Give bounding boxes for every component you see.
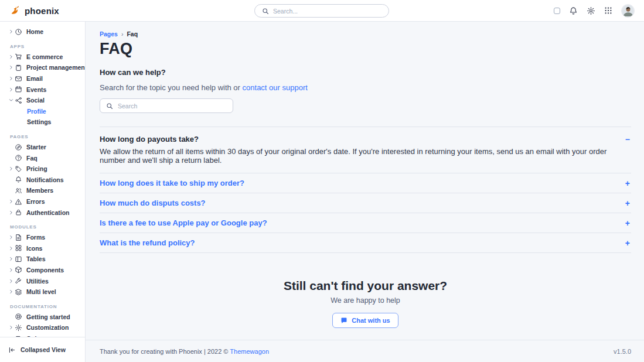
- sidebar-item-label: Email: [26, 75, 43, 82]
- faq-question-row[interactable]: What is the refund policy?+: [100, 233, 631, 252]
- sidebar-item-label: Notifications: [26, 176, 64, 183]
- sidebar-item-label: Icons: [26, 245, 42, 252]
- bell-icon[interactable]: [569, 6, 578, 15]
- faq-search[interactable]: [100, 98, 233, 113]
- sidebar-item-label: Members: [26, 187, 53, 194]
- compass-icon: [15, 144, 22, 151]
- brand-name: phoenix: [25, 6, 59, 16]
- sidebar-item-label: Events: [26, 86, 46, 93]
- chevron-right-icon: [9, 257, 15, 261]
- page-title: FAQ: [100, 40, 631, 58]
- sidebar-item-label: Errors: [26, 198, 45, 205]
- question-circle-icon: [15, 154, 22, 162]
- expand-plus-icon[interactable]: +: [624, 179, 631, 187]
- sidebar-item-label: Multi level: [26, 288, 56, 295]
- global-search-input[interactable]: [273, 8, 381, 15]
- expand-plus-icon[interactable]: +: [624, 239, 631, 247]
- breadcrumb-current: Faq: [127, 30, 138, 37]
- top-navbar: phoenix: [0, 0, 644, 22]
- chevron-right-icon: [9, 54, 15, 59]
- sidebar-item-faq[interactable]: Faq: [0, 152, 85, 163]
- faq-question: How much do disputs costs?: [100, 199, 206, 207]
- sidebar-item-project-management[interactable]: Project management: [0, 62, 85, 73]
- faq-question: Is there a fee to use Apple pay or Googl…: [100, 218, 267, 227]
- faq-search-input[interactable]: [118, 103, 227, 110]
- sidebar-item-authentication[interactable]: Authentication: [0, 207, 85, 218]
- sidebar-item-icons[interactable]: Icons: [0, 243, 85, 254]
- sidebar-item-errors[interactable]: Errors: [0, 196, 85, 207]
- sidebar-item-email[interactable]: Email: [0, 73, 85, 84]
- sidebar-item-customization[interactable]: Customization: [0, 322, 85, 333]
- contact-support-link[interactable]: contact our support: [243, 83, 308, 92]
- chevron-right-icon: [9, 166, 15, 171]
- theme-toggle[interactable]: [554, 8, 560, 14]
- brand-logo[interactable]: phoenix: [9, 5, 59, 16]
- sidebar-item-settings[interactable]: Settings: [0, 117, 85, 128]
- sidebar-section-label-pages: PAGES: [0, 132, 85, 142]
- sidebar-item-label: Utilities: [26, 278, 49, 285]
- chevron-right-icon: [9, 199, 15, 204]
- users-icon: [15, 187, 22, 194]
- sidebar-item-pricing[interactable]: Pricing: [0, 163, 85, 175]
- user-avatar[interactable]: [621, 4, 635, 18]
- lifebuoy-icon: [15, 313, 22, 320]
- chevron-right-icon: [9, 76, 15, 81]
- expand-plus-icon[interactable]: +: [624, 219, 631, 227]
- cta-section: Still can't find your answer? We are hap…: [100, 279, 631, 328]
- main-area: Pages › Faq FAQ How can we help? Search …: [86, 22, 644, 362]
- faq-question: How long does it take to ship my order?: [100, 179, 244, 187]
- apps-grid-icon[interactable]: [604, 6, 612, 15]
- breadcrumb-pages-link[interactable]: Pages: [100, 30, 118, 37]
- faq-item: How long do payouts take?−We allow the r…: [100, 127, 631, 173]
- sidebar-item-label: Settings: [27, 118, 51, 125]
- themewagon-link[interactable]: Themewagon: [230, 348, 269, 355]
- faq-item: How long does it take to ship my order?+: [100, 173, 631, 193]
- sidebar-item-label: Social: [26, 97, 45, 104]
- chat-bubble-icon: [340, 317, 347, 324]
- faq-item: What is the refund policy?+: [100, 233, 631, 253]
- package-icon: [15, 266, 22, 274]
- chat-with-us-button[interactable]: Chat with us: [332, 313, 398, 328]
- sidebar-item-starter[interactable]: Starter: [0, 142, 85, 153]
- page-footer: Thank you for creating with Phoenix | 20…: [86, 340, 644, 362]
- gear-icon[interactable]: [587, 6, 595, 15]
- gear-icon: [15, 324, 22, 332]
- chevron-right-icon: [9, 289, 15, 294]
- share-icon: [15, 97, 22, 104]
- grid-small-icon: [15, 244, 22, 252]
- sidebar-item-notifications[interactable]: Notifications: [0, 175, 85, 186]
- faq-question-row[interactable]: Is there a fee to use Apple pay or Googl…: [100, 213, 631, 233]
- sidebar-item-members[interactable]: Members: [0, 185, 85, 196]
- sidebar-item-events[interactable]: Events: [0, 84, 85, 95]
- sidebar-item-getting-started[interactable]: Getting started: [0, 311, 85, 322]
- sidebar-item-label: Tables: [26, 255, 45, 262]
- global-search[interactable]: [254, 4, 389, 18]
- faq-item: How much do disputs costs?+: [100, 193, 631, 213]
- expand-plus-icon[interactable]: +: [624, 199, 631, 207]
- sidebar-item-multi-level[interactable]: Multi level: [0, 286, 85, 298]
- clock-icon: [15, 28, 22, 36]
- chevron-right-icon: [9, 29, 15, 34]
- faq-question-row[interactable]: How long do payouts take?−: [100, 127, 631, 144]
- sidebar-item-social[interactable]: Social: [0, 95, 85, 106]
- collapse-minus-icon[interactable]: −: [624, 135, 631, 144]
- collapse-view-button[interactable]: Collapsed View: [0, 337, 85, 362]
- sidebar-item-label: E commerce: [26, 53, 63, 60]
- sidebar-item-home[interactable]: Home: [0, 26, 85, 37]
- faq-question-row[interactable]: How long does it take to ship my order?+: [100, 173, 631, 193]
- page-content: Pages › Faq FAQ How can we help? Search …: [86, 22, 644, 340]
- faq-question-row[interactable]: How much do disputs costs?+: [100, 193, 631, 213]
- layers-icon: [15, 288, 22, 296]
- footer-credit: Thank you for creating with Phoenix | 20…: [100, 348, 269, 355]
- sidebar-item-forms[interactable]: Forms: [0, 232, 85, 243]
- sidebar-item-utilities[interactable]: Utilities: [0, 275, 85, 286]
- sidebar-item-components[interactable]: Components: [0, 265, 85, 276]
- sidebar-item-e-commerce[interactable]: E commerce: [0, 52, 85, 63]
- sidebar-item-tables[interactable]: Tables: [0, 254, 85, 265]
- sidebar-nav: HomeAPPSE commerceProject managementEmai…: [0, 22, 85, 337]
- sidebar-section-label-documentation: DOCUMENTATION: [0, 302, 85, 311]
- topbar-actions: [554, 4, 635, 18]
- sidebar-item-profile[interactable]: Profile: [0, 106, 85, 117]
- sidebar-item-label: Getting started: [26, 313, 70, 320]
- file-text-icon: [15, 234, 22, 241]
